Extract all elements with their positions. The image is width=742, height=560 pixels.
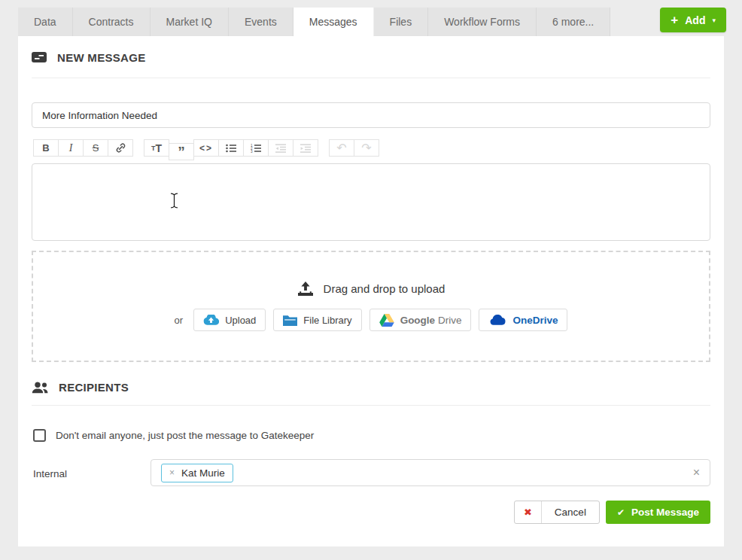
code-icon[interactable]: <> [193, 139, 219, 157]
or-text: or [175, 315, 184, 326]
google-drive-icon [379, 314, 394, 327]
ordered-list-icon[interactable]: 1 2 3 [243, 139, 269, 157]
tab-more[interactable]: 6 more... [537, 8, 610, 36]
chevron-down-icon: ▾ [712, 17, 716, 24]
subject-input[interactable] [32, 102, 710, 128]
dont-email-checkbox[interactable] [33, 429, 46, 442]
footer-actions: ✖ Cancel ✔ Post Message [514, 501, 710, 524]
tab-data[interactable]: Data [18, 8, 73, 36]
onedrive-icon [488, 315, 506, 325]
unordered-list-icon[interactable] [218, 139, 244, 157]
upload-tray-icon [297, 282, 314, 296]
onedrive-button[interactable]: OneDrive [479, 309, 567, 331]
toolbar-group-format: B I S [33, 139, 133, 157]
new-message-header: NEW MESSAGE [32, 51, 145, 64]
message-body-editor[interactable] [32, 163, 710, 241]
file-library-button[interactable]: File Library [273, 309, 361, 331]
svg-text:3: 3 [251, 149, 253, 152]
tab-messages[interactable]: Messages [293, 8, 374, 36]
blockquote-icon[interactable]: ” [169, 143, 194, 160]
message-icon [32, 52, 47, 64]
redo-icon: ↷ [354, 139, 379, 157]
outdent-icon [268, 139, 293, 157]
onedrive-label: OneDrive [512, 315, 558, 326]
post-message-button[interactable]: ✔ Post Message [606, 501, 710, 524]
toolbar-group-blocks: TT ” <> 1 2 3 [144, 139, 318, 157]
dont-email-checkbox-row[interactable]: Don't email anyone, just post the messag… [33, 429, 314, 442]
post-message-label: Post Message [631, 507, 699, 518]
internal-label: Internal [33, 468, 67, 479]
bold-icon[interactable]: B [33, 139, 59, 157]
undo-icon: ↶ [329, 139, 354, 157]
check-icon: ✔ [617, 507, 625, 518]
cancel-x-icon: ✖ [515, 501, 542, 523]
drag-drop-text: Drag and drop to upload [324, 282, 446, 295]
tab-files[interactable]: Files [374, 8, 429, 36]
people-icon [32, 382, 48, 394]
page: Data Contracts Market IQ Events Messages… [0, 0, 742, 560]
cancel-button[interactable]: ✖ Cancel [514, 501, 600, 524]
cancel-button-label: Cancel [542, 501, 599, 523]
italic-icon[interactable]: I [58, 139, 84, 157]
recipients-header: RECIPIENTS [32, 381, 129, 394]
clear-field-icon[interactable]: × [693, 467, 700, 479]
font-size-icon[interactable]: TT [144, 139, 169, 157]
upload-button-label: Upload [225, 315, 256, 326]
toolbar-group-history: ↶ ↷ [329, 139, 379, 157]
cloud-upload-icon [203, 315, 219, 325]
tab-workflow-forms[interactable]: Workflow Forms [428, 8, 537, 36]
add-button-label: Add [685, 14, 705, 26]
text-cursor [170, 193, 178, 212]
folder-icon [283, 315, 297, 326]
google-drive-label: Google Drive [400, 315, 462, 326]
dropzone-actions: or Upload File Library [175, 309, 568, 331]
tab-market-iq[interactable]: Market IQ [151, 8, 229, 36]
link-icon[interactable] [108, 139, 133, 157]
remove-tag-icon[interactable]: × [169, 467, 175, 478]
strikethrough-icon[interactable]: S [83, 139, 108, 157]
plus-icon: + [671, 14, 678, 26]
file-dropzone[interactable]: Drag and drop to upload or Upload F [32, 251, 710, 362]
upload-button[interactable]: Upload [193, 309, 266, 331]
recipients-title: RECIPIENTS [59, 381, 129, 394]
dont-email-checkbox-label: Don't email anyone, just post the messag… [56, 430, 314, 441]
tab-contracts[interactable]: Contracts [73, 8, 151, 36]
tab-events[interactable]: Events [229, 8, 293, 36]
new-message-title: NEW MESSAGE [57, 51, 145, 64]
google-drive-button[interactable]: Google Drive [369, 309, 472, 331]
divider [32, 78, 710, 78]
divider [32, 405, 710, 406]
internal-recipients-field[interactable]: × Kat Murie × [151, 459, 710, 486]
add-button[interactable]: + Add ▾ [660, 8, 726, 32]
recipient-tag-name: Kat Murie [181, 467, 225, 479]
dropzone-label: Drag and drop to upload [297, 282, 446, 296]
editor-toolbar: B I S TT ” <> [33, 139, 379, 157]
recipient-tag[interactable]: × Kat Murie [161, 464, 233, 482]
indent-icon [293, 139, 318, 157]
content-card: NEW MESSAGE B I S TT [18, 36, 724, 546]
file-library-label: File Library [303, 315, 351, 326]
tab-bar: Data Contracts Market IQ Events Messages… [18, 8, 610, 36]
